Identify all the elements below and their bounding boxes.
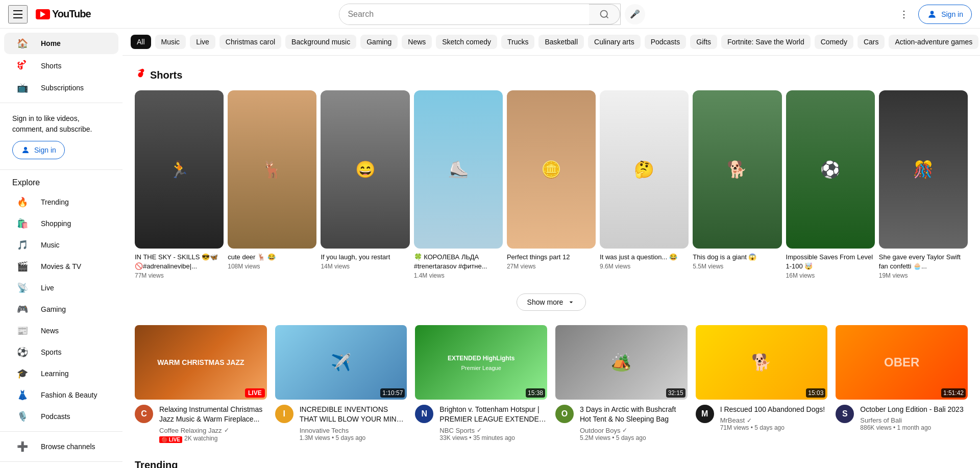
hamburger-menu[interactable] [8,5,28,23]
filter-comedy[interactable]: Comedy [815,35,853,49]
search-button[interactable] [589,4,620,24]
sidebar-gaming[interactable]: 🎮 Gaming [4,299,118,320]
sidebar: 🏠 Home Shorts 📺 Subscriptions Sign in to… [0,29,122,468]
short-card-5[interactable]: 🤔 It was just a question... 😂 9.6M views [600,90,689,279]
shopping-icon: 🛍️ [16,218,29,229]
sidebar-movies[interactable]: 🎬 Movies & TV [4,256,118,277]
short-views-0: 77M views [135,272,224,279]
video-card-3[interactable]: 🏕️ 32:15 O 3 Days in Arctic with Bushcra… [555,325,688,443]
search-input[interactable] [339,4,589,24]
music-label: Music [41,241,60,249]
short-thumb-5: 🤔 [600,90,689,249]
video-stats-5: 886K views • 1 month ago [860,424,968,431]
header-sign-in-button[interactable]: Sign in [918,5,972,24]
filter-gifts[interactable]: Gifts [690,35,717,49]
short-views-7: 16M views [786,272,875,279]
filter-sketch-comedy[interactable]: Sketch comedy [436,35,497,49]
verified-icon-0: ✓ [224,427,229,434]
sidebar-subscriptions[interactable]: 📺 Subscriptions [4,77,118,98]
short-views-1: 108M views [228,263,316,270]
filter-culinary[interactable]: Culinary arts [588,35,641,49]
show-more-container: Show more [135,287,968,317]
short-views-8: 19M views [879,272,968,279]
video-stats-2: 33K views • 35 minutes ago [439,434,547,441]
filter-background-music[interactable]: Background music [285,35,356,49]
video-stats-3: 5.2M views • 5 days ago [580,434,688,441]
filter-fortnite[interactable]: Fortnite: Save the World [721,35,811,49]
filter-gaming[interactable]: Gaming [360,35,398,49]
youtube-logo[interactable]: YouTube [36,8,91,20]
sidebar-sign-in-button[interactable]: Sign in [12,141,65,159]
video-card-1[interactable]: ✈️ 1:10:57 I INCREDIBLE INVENTIONS THAT … [275,325,407,443]
video-meta-0: Relaxing Instrumental Christmas Jazz Mus… [159,405,267,443]
video-thumb-5: OBER 1:51:42 [836,325,968,399]
verified-icon-2: ✓ [477,427,482,434]
sidebar-sports[interactable]: ⚽ Sports [4,341,118,363]
sidebar-shopping[interactable]: 🛍️ Shopping [4,213,118,234]
short-card-6[interactable]: 🐕 This dog is a giant 😱 5.5M views [693,90,781,279]
fashion-icon: 👗 [16,389,29,401]
filter-action-adventure[interactable]: Action-adventure games [889,35,978,49]
video-info-1: I INCREDIBLE INVENTIONS THAT WILL BLOW Y… [275,405,407,441]
sidebar-learning[interactable]: 🎓 Learning [4,363,118,384]
gaming-label: Gaming [41,305,66,313]
video-info-4: M I Rescued 100 Abandoned Dogs! MrBeast … [696,405,828,432]
short-title-1: cute deer 🦌 😂 [228,253,316,262]
filter-all[interactable]: All [131,35,151,49]
video-thumb-2: EXTENDED HighLights Premier League 15:38 [415,325,547,399]
short-title-4: Perfect things part 12 [507,253,596,262]
short-views-4: 27M views [507,263,596,270]
sidebar-fashion[interactable]: 👗 Fashion & Beauty [4,384,118,406]
music-icon: 🎵 [16,239,29,251]
filter-basketball[interactable]: Basketball [538,35,584,49]
more-options-button[interactable]: ⋮ [894,4,914,24]
sidebar-home[interactable]: 🏠 Home [4,33,118,54]
avatar-2: N [415,405,433,423]
short-card-7[interactable]: ⚽ Impossible Saves From Level 1-100 🤯 16… [786,90,875,279]
sports-icon: ⚽ [16,347,29,358]
sign-in-prompt: Sign in to like videos, comment, and sub… [12,113,110,135]
sidebar-news[interactable]: 📰 News [4,320,118,341]
video-info-0: C Relaxing Instrumental Christmas Jazz M… [135,405,267,443]
duration-5: 1:51:42 [941,388,966,398]
short-card-4[interactable]: 🪙 Perfect things part 12 27M views [507,90,596,279]
sidebar-shorts[interactable]: Shorts [4,54,118,77]
filter-christmas-carol[interactable]: Christmas carol [219,35,281,49]
short-card-2[interactable]: 😄 If you laugh, you restart 14M views [321,90,409,279]
video-card-5[interactable]: OBER 1:51:42 S October Long Edition - Ba… [836,325,968,443]
sidebar-music[interactable]: 🎵 Music [4,234,118,256]
video-card-0[interactable]: WARM CHRISTMAS JAZZ LIVE C Relaxing Inst… [135,325,267,443]
filter-trucks[interactable]: Trucks [501,35,534,49]
mic-button[interactable]: 🎤 [625,4,645,24]
filter-music[interactable]: Music [155,35,186,49]
duration-3: 32:15 [666,388,685,398]
sidebar-live[interactable]: 📡 Live [4,277,118,299]
duration-1: 1:10:57 [380,388,405,398]
avatar-5: S [836,405,854,423]
short-card-8[interactable]: 🎊 She gave every Taylor Swift fan confet… [879,90,968,279]
trending-icon: 🔥 [16,196,29,208]
show-more-button[interactable]: Show more [517,293,586,311]
video-thumb-1: ✈️ 1:10:57 [275,325,407,400]
live-badge-0: LIVE [245,388,265,398]
video-card-4[interactable]: 🐕 15:03 M I Rescued 100 Abandoned Dogs! … [696,325,828,443]
filter-podcasts[interactable]: Podcasts [645,35,687,49]
filter-cars[interactable]: Cars [857,35,885,49]
video-meta-1: INCREDIBLE INVENTIONS THAT WILL BLOW YOU… [300,405,407,441]
video-title-2: Brighton v. Tottenham Hotspur | PREMIER … [439,405,547,425]
filter-news[interactable]: News [402,35,432,49]
short-card-1[interactable]: 🦌 cute deer 🦌 😂 108M views [228,90,316,279]
video-card-2[interactable]: EXTENDED HighLights Premier League 15:38… [415,325,547,443]
sidebar-podcasts[interactable]: 🎙️ Podcasts [4,406,118,427]
short-card-3[interactable]: ⛸️ 🍀 КОРОЛЕВА ЛЬДА #trenertarasov #фитне… [414,90,503,279]
home-label: Home [41,39,61,47]
filter-live[interactable]: Live [190,35,215,49]
sidebar-trending[interactable]: 🔥 Trending [4,191,118,213]
short-title-2: If you laugh, you restart [321,253,409,262]
sign-in-label: Sign in [941,10,963,18]
browse-channels[interactable]: ➕ Browse channels [4,436,118,457]
video-channel-2: NBC Sports ✓ [439,427,547,434]
explore-section-label: Explore [0,174,122,191]
sidebar-divider-3 [0,431,122,432]
short-card-0[interactable]: 🏃 IN THE SKY - SKILLS 😎🦋🚫#adrenalinevibe… [135,90,224,279]
